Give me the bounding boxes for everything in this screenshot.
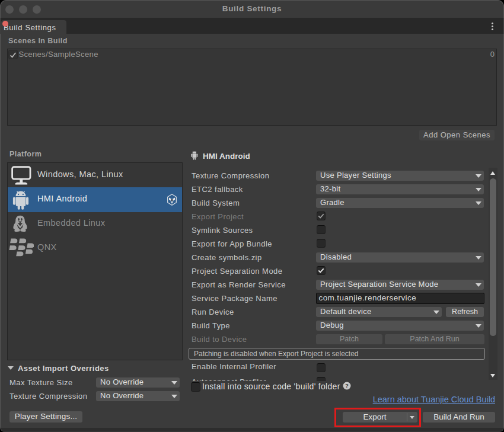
svg-text:?: ? [345, 382, 349, 389]
